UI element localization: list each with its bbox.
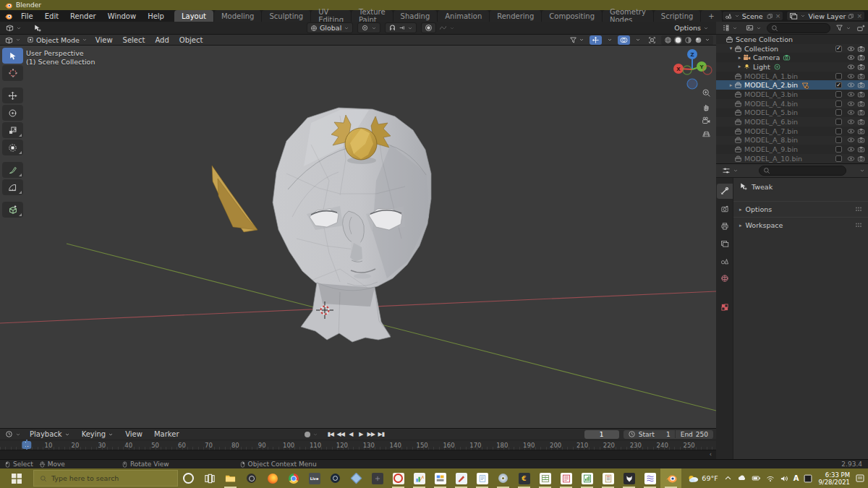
selectability-checkbox[interactable] <box>835 109 842 116</box>
taskbar-app-hxd[interactable] <box>430 468 451 488</box>
taskbar-app-doc-receipt[interactable] <box>597 468 618 488</box>
snap-toggle[interactable] <box>385 22 417 33</box>
properties-tab-view-layer[interactable] <box>717 236 733 251</box>
play-button[interactable]: ▶ <box>356 431 366 437</box>
hide-eye-icon[interactable] <box>846 100 856 108</box>
selectability-checkbox[interactable] <box>835 146 842 153</box>
render-visibility-icon[interactable] <box>856 63 866 71</box>
tray-chevron-up-icon[interactable] <box>724 474 732 482</box>
viewport-options-dropdown[interactable]: Options <box>671 23 712 33</box>
hide-eye-icon[interactable] <box>846 155 856 163</box>
taskbar-app-blender[interactable] <box>660 468 681 488</box>
expand-arrow-icon[interactable]: ▸ <box>736 55 743 61</box>
selectability-checkbox[interactable] <box>835 119 842 125</box>
timeline-menu-view[interactable]: View <box>119 429 148 440</box>
hide-eye-icon[interactable] <box>846 72 856 80</box>
taskbar-app-dark-tool[interactable] <box>367 468 388 488</box>
hide-eye-icon[interactable] <box>846 145 856 153</box>
viewport-canvas[interactable] <box>0 46 716 428</box>
new-scene-icon[interactable] <box>767 13 773 20</box>
tool-cursor-3d[interactable] <box>2 65 23 81</box>
outliner-row[interactable]: MODEL_A_1.bin <box>716 72 868 81</box>
timeline-menu-keying[interactable]: Keying <box>76 429 120 440</box>
properties-tab-render[interactable] <box>717 201 733 216</box>
outliner-search-input[interactable] <box>767 23 830 33</box>
timeline-editor-type-button[interactable] <box>2 429 24 439</box>
expand-arrow-icon[interactable]: ▸ <box>736 64 743 69</box>
taskbar-app-file-explorer[interactable] <box>220 468 241 488</box>
render-visibility-icon[interactable] <box>856 90 866 98</box>
render-visibility-icon[interactable] <box>856 53 866 61</box>
viewport-editor-type-button[interactable] <box>2 35 24 45</box>
taskbar-app-doc-red[interactable] <box>556 468 576 488</box>
hide-eye-icon[interactable] <box>846 63 856 71</box>
proportional-editing-toggle[interactable] <box>421 22 436 33</box>
render-visibility-icon[interactable] <box>856 155 866 163</box>
outliner-row[interactable]: MODEL_A_8.bin <box>716 136 868 145</box>
outliner-row[interactable]: MODEL_A_5.bin <box>716 108 868 118</box>
next-keyframe-button[interactable]: ▶▶ <box>366 431 376 437</box>
gold-side-wing[interactable] <box>212 166 258 232</box>
unlink-scene-icon[interactable]: × <box>775 12 781 20</box>
weather-widget[interactable]: 69°F <box>688 474 718 483</box>
menu-help[interactable]: Help <box>142 10 170 22</box>
notifications-icon[interactable] <box>856 474 864 482</box>
taskbar-app-paint-net[interactable] <box>451 468 472 488</box>
render-visibility-icon[interactable] <box>856 45 866 53</box>
auto-keying-record-icon[interactable] <box>305 432 310 437</box>
hide-eye-icon[interactable] <box>846 53 856 61</box>
selectability-checkbox[interactable] <box>835 155 842 162</box>
collapse-arrow-icon[interactable]: ‹ <box>710 451 712 458</box>
gizmo-dropdown[interactable] <box>605 36 615 43</box>
workspace-tab-uv-editing[interactable]: UV Editing <box>311 10 351 22</box>
render-visibility-icon[interactable] <box>856 118 866 126</box>
outliner-row[interactable]: ▸ Light <box>716 62 868 72</box>
view-layer-selector[interactable]: View Layer × <box>786 11 865 21</box>
taskbar-app-steam[interactable] <box>325 468 346 488</box>
outliner-row[interactable]: ▾ Collection <box>716 44 868 53</box>
expand-arrow-icon[interactable]: ▾ <box>728 46 734 51</box>
viewport-menu-view[interactable]: View <box>90 35 118 45</box>
properties-tab-output[interactable] <box>717 218 733 234</box>
clock[interactable]: 6:33 PM 9/28/2021 <box>818 471 850 486</box>
selectability-checkbox[interactable] <box>835 100 842 107</box>
navigation-gizmo[interactable]: Z X Y <box>671 46 716 91</box>
taskbar-app-cd-burner[interactable] <box>493 468 514 488</box>
outliner-row[interactable]: MODEL_A_3.bin <box>716 90 868 99</box>
workspace-tab-scripting[interactable]: Scripting <box>654 10 700 22</box>
tray-battery-icon[interactable] <box>752 474 761 483</box>
tray-language-a-icon[interactable]: A <box>793 474 799 482</box>
shading-wireframe-icon[interactable] <box>664 36 672 44</box>
snap-target-dropdown[interactable] <box>357 22 380 33</box>
jump-to-end-button[interactable]: ▶▮ <box>376 431 386 437</box>
outliner-row[interactable]: MODEL_A_9.bin <box>716 145 868 154</box>
new-view-layer-icon[interactable] <box>848 13 854 20</box>
properties-tab-scene[interactable] <box>717 253 733 268</box>
play-reverse-button[interactable]: ◀ <box>346 431 356 437</box>
workspace-tab-modeling[interactable]: Modeling <box>214 10 262 22</box>
outliner-display-mode-dropdown[interactable] <box>719 23 741 33</box>
shading-dropdown-icon[interactable] <box>705 37 710 43</box>
start-button[interactable] <box>0 468 33 488</box>
taskbar-app-chart-tool[interactable] <box>409 468 430 488</box>
taskbar-app-bvs-doc[interactable] <box>639 468 660 488</box>
outliner-row[interactable]: Scene Collection <box>716 35 868 44</box>
editor-type-button[interactable] <box>3 23 25 33</box>
render-visibility-icon[interactable] <box>856 72 866 80</box>
hide-eye-icon[interactable] <box>846 108 856 116</box>
render-visibility-icon[interactable] <box>856 127 866 135</box>
viewport-menu-add[interactable]: Add <box>150 35 174 45</box>
end-frame-field[interactable]: End 250 <box>676 431 713 438</box>
render-visibility-icon[interactable] <box>856 108 866 116</box>
properties-editor-type-button[interactable] <box>719 166 741 176</box>
tool-select-box[interactable] <box>2 48 23 64</box>
taskbar-app-task-view[interactable] <box>199 468 220 488</box>
taskbar-search-input[interactable]: Type here to search <box>33 470 178 487</box>
new-collection-icon[interactable] <box>856 24 865 33</box>
outliner-row[interactable]: MODEL_A_6.bin <box>716 117 868 127</box>
taskbar-app-cortana[interactable] <box>178 468 199 488</box>
prev-keyframe-button[interactable]: ◀◀ <box>336 431 346 437</box>
workspace-tab-geometry-nodes[interactable]: Geometry Nodes <box>603 10 653 22</box>
workspace-tab-texture-paint[interactable]: Texture Paint <box>352 10 393 22</box>
show-overlays-toggle[interactable] <box>618 35 630 45</box>
